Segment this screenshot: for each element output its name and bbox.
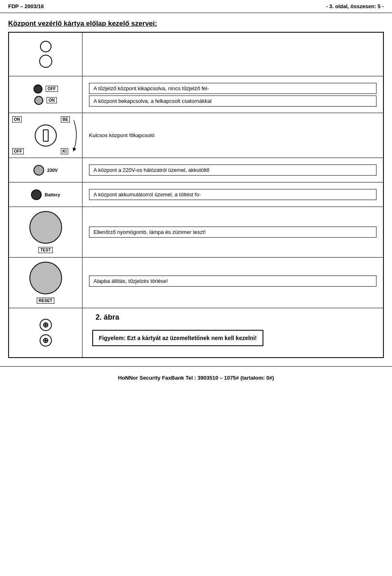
footer-text: HoNNor Security FaxBank Tel : 3903510 – …: [118, 375, 274, 381]
be-ki-arrow: [68, 119, 80, 151]
header-left: FDP – 2003/16: [8, 3, 44, 9]
top-circles-desc: [82, 33, 383, 76]
battery-desc: A központ akkumulátorról üzemel, a tölté…: [82, 182, 383, 207]
on-label: ON: [47, 97, 57, 103]
battery-indicator: Battery: [31, 189, 60, 200]
off-desc-box: A tűzjelző központ kikapcsolva, nincs tű…: [89, 83, 376, 94]
key-on-label: ON: [12, 116, 22, 122]
voltage-dot: [33, 165, 44, 176]
circle-top-1: [40, 41, 51, 52]
page-title: Központ vezérlő kártya előlap kezelő sze…: [0, 13, 392, 32]
off-dot: [33, 85, 42, 93]
test-button-circle[interactable]: [29, 211, 62, 244]
plus-icon-2: ⊕: [40, 334, 52, 347]
test-desc: Ellenőrző nyomógomb, lámpa és zümmer tes…: [82, 207, 383, 257]
figure-right-cell: 2. ábra Figyelem: Ezt a kártyát az üzeme…: [82, 308, 383, 357]
reset-desc: Alapba állítás, tűzjelzés törlése!: [82, 258, 383, 308]
figure-label: 2. ábra: [89, 311, 119, 323]
test-label: TEST: [38, 247, 53, 253]
test-row: TEST Ellenőrző nyomógomb, lámpa és zümme…: [9, 207, 383, 258]
battery-row: Battery A központ akkumulátorról üzemel,…: [9, 182, 383, 207]
top-circles-cell: [9, 33, 82, 76]
key-switch-desc: Kulcsos központ főkapcsoló: [82, 113, 383, 158]
voltage-desc: A központ a 220V-os hálózatról üzemel, a…: [82, 158, 383, 182]
plus-cell: ⊕ ⊕: [9, 308, 82, 357]
key-ki-label: KI: [61, 148, 68, 154]
reset-label: RESET: [37, 298, 54, 304]
reset-desc-box: Alapba állítás, tűzjelzés törlése!: [89, 276, 376, 287]
header-right: - 3. oldal, összesen: 5 -: [326, 3, 384, 9]
top-circles-row: [9, 33, 383, 76]
voltage-label: 230V: [47, 168, 58, 173]
control-panel: OFF ON A tűzjelző központ kikapcsolva, n…: [8, 32, 384, 358]
battery-cell: Battery: [9, 182, 82, 207]
voltage-indicator: 230V: [33, 165, 58, 176]
off-on-cell: OFF ON: [9, 76, 82, 113]
voltage-desc-box: A központ a 220V-os hálózatról üzemel, a…: [89, 165, 376, 176]
plus-icon-1: ⊕: [40, 319, 52, 331]
battery-desc-box: A központ akkumulátorról üzemel, a tölté…: [89, 189, 376, 200]
figure-row: ⊕ ⊕ 2. ábra Figyelem: Ezt a kártyát az ü…: [9, 308, 383, 357]
key-inner: [43, 129, 49, 142]
voltage-row: 230V A központ a 220V-os hálózatról üzem…: [9, 158, 383, 182]
key-switch-cell: ON BE OFF KI: [9, 113, 82, 158]
voltage-cell: 230V: [9, 158, 82, 182]
reset-cell: RESET: [9, 258, 82, 308]
test-cell: TEST: [9, 207, 82, 257]
key-switch-desc-text: Kulcsos központ főkapcsoló: [89, 132, 154, 138]
figyelem-box: Figyelem: Ezt a kártyát az üzemeltetőnek…: [92, 330, 263, 346]
decorative-circles: [39, 37, 52, 72]
off-label: OFF: [46, 86, 58, 92]
key-switch-circle[interactable]: [35, 125, 57, 147]
battery-dot: [31, 189, 42, 200]
on-dot: [34, 96, 43, 105]
battery-label: Battery: [45, 192, 60, 197]
off-indicator-row: OFF: [33, 85, 58, 93]
key-off-label: OFF: [12, 148, 24, 154]
off-on-row: OFF ON A tűzjelző központ kikapcsolva, n…: [9, 76, 383, 113]
test-desc-box: Ellenőrző nyomógomb, lámpa és zümmer tes…: [89, 227, 376, 238]
footer: HoNNor Security FaxBank Tel : 3903510 – …: [0, 366, 392, 385]
reset-button-circle[interactable]: [29, 262, 62, 294]
circle-top-2: [39, 55, 52, 68]
key-switch-row: ON BE OFF KI Kulcsos központ fők: [9, 113, 383, 158]
on-indicator-row: ON: [34, 96, 57, 105]
on-desc-box: A központ bekapcsolva, a felkapcsolt csa…: [89, 96, 376, 107]
reset-row: RESET Alapba állítás, tűzjelzés törlése!: [9, 258, 383, 308]
off-on-desc: A tűzjelző központ kikapcsolva, nincs tű…: [82, 76, 383, 113]
